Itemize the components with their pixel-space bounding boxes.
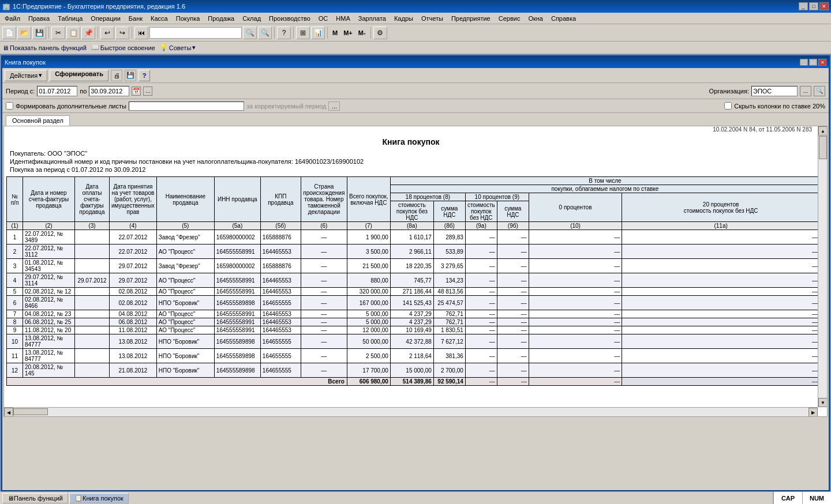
tips-icon: 💡 — [160, 44, 168, 51]
additional-sheets-checkbox[interactable] — [6, 102, 13, 110]
menu-operations[interactable]: Операции — [87, 14, 123, 22]
menu-hr[interactable]: Кадры — [391, 14, 417, 22]
title-bar-left: 🏢 1С:Предприятие - Бухгалтерия предприят… — [2, 3, 185, 10]
cell-kpp: 164655555 — [260, 363, 301, 378]
menu-enterprise[interactable]: Предприятие — [448, 14, 494, 22]
menu-bank[interactable]: Банк — [125, 14, 146, 22]
task-panel-functions[interactable]: 🖥 Панель функций — [2, 493, 68, 503]
cell-cost10: — — [465, 245, 497, 259]
undo-btn[interactable]: ↩ — [100, 27, 114, 39]
org-find-btn[interactable]: 🔍 — [814, 86, 825, 96]
org-search-btn[interactable]: ... — [800, 86, 811, 96]
period-to-input[interactable] — [89, 86, 129, 96]
th-0: 0 процентов — [529, 193, 622, 222]
scroll-right-btn[interactable]: ▶ — [808, 408, 818, 417]
scroll-down-btn[interactable]: ▼ — [818, 398, 828, 407]
chart-btn[interactable]: 📊 — [311, 27, 325, 39]
horizontal-scrollbar[interactable]: ◀ ▶ — [4, 407, 818, 416]
menu-nma[interactable]: НМА — [332, 14, 353, 22]
period-from-input[interactable] — [37, 86, 77, 96]
cap-label: CAP — [781, 495, 795, 502]
cell-n: 2 — [7, 245, 23, 259]
quick-learn-item[interactable]: 📖 Быстрое освоение — [91, 44, 155, 51]
menu-windows[interactable]: Окна — [525, 14, 546, 22]
menu-edit[interactable]: Правка — [25, 14, 53, 22]
open-btn[interactable]: 📂 — [17, 27, 31, 39]
save-btn[interactable]: 💾 — [32, 27, 46, 39]
search-btn[interactable]: 🔍 — [243, 27, 257, 39]
cut-btn[interactable]: ✂ — [51, 27, 65, 39]
scroll-track-v[interactable] — [818, 136, 827, 398]
inner-close-btn[interactable]: ✕ — [818, 59, 826, 66]
paste-btn[interactable]: 📌 — [81, 27, 95, 39]
vertical-scrollbar[interactable]: ▲ ▼ — [818, 126, 827, 407]
inner-minimize-btn[interactable]: _ — [800, 59, 808, 66]
redo-btn[interactable]: ↪ — [115, 27, 129, 39]
settings-btn[interactable]: ⚙ — [373, 27, 387, 39]
form-btn[interactable]: Сформировать — [50, 70, 108, 81]
cell-nds10: — — [497, 259, 529, 273]
search-input[interactable] — [149, 27, 242, 39]
menu-production[interactable]: Производство — [265, 14, 314, 22]
table-row: 8 06.08.2012, № 25 06.08.2012 АО "Процес… — [7, 318, 820, 326]
scroll-container[interactable]: 10.02.2004 N 84, от 11.05.2006 N 283 Кни… — [4, 126, 827, 416]
help-toolbar-btn[interactable]: ? — [277, 27, 291, 39]
cell-total: 320 000,00 — [347, 288, 390, 296]
scroll-up-btn[interactable]: ▲ — [818, 126, 828, 136]
scroll-track-h[interactable] — [13, 408, 808, 416]
cell-kpp: 164655555 — [260, 349, 301, 363]
menu-sale[interactable]: Продажа — [204, 14, 238, 22]
menu-help[interactable]: Справка — [548, 14, 579, 22]
bold-m[interactable]: M — [330, 29, 340, 36]
help-btn[interactable]: ? — [138, 70, 150, 81]
colnum-1: (1) — [7, 222, 23, 230]
cell-n: 4 — [7, 273, 23, 288]
th-20: 20 процентовстоимость покупок без НДС — [622, 193, 820, 222]
print-btn[interactable]: 🖨 — [111, 70, 122, 81]
tips-item[interactable]: 💡 Советы ▾ — [160, 44, 196, 51]
bold-mminus[interactable]: M- — [356, 29, 368, 36]
calendar-btn[interactable]: 📅 — [132, 86, 141, 96]
show-functions-item[interactable]: 🖥 Показать панель функций — [2, 44, 87, 51]
main-section-tab[interactable]: Основной раздел — [6, 115, 70, 126]
menu-purchase[interactable]: Покупка — [173, 14, 204, 22]
task-purchase-book[interactable]: 📋 Книга покупок — [69, 493, 129, 503]
correction-more-btn[interactable]: ... — [328, 101, 340, 111]
cell-cost10: — — [465, 310, 497, 318]
total-total: 606 980,00 — [347, 378, 390, 386]
menu-table[interactable]: Таблица — [54, 14, 86, 22]
correction-period-input[interactable] — [129, 101, 244, 111]
menu-salary[interactable]: Зарплата — [355, 14, 390, 22]
period-more-btn[interactable]: ... — [143, 86, 152, 96]
hide-20-checkbox[interactable] — [724, 102, 732, 110]
org-input[interactable] — [751, 86, 798, 96]
close-btn[interactable]: ✕ — [819, 2, 829, 10]
tips-label: Советы — [169, 44, 191, 51]
cell-nds18: 762,71 — [433, 310, 465, 318]
menu-reports[interactable]: Отчеты — [418, 14, 447, 22]
cell-paydate — [75, 245, 110, 259]
copy-btn[interactable]: 📋 — [66, 27, 80, 39]
inner-maximize-btn[interactable]: □ — [809, 59, 817, 66]
cell-seller: АО "Процесс" — [156, 318, 214, 326]
cell-cost20: — — [622, 273, 820, 288]
cell-acceptdate: 22.07.2012 — [110, 245, 157, 259]
actions-dropdown-btn[interactable]: Действия ▾ — [5, 70, 47, 81]
maximize-btn[interactable]: □ — [809, 2, 818, 10]
menu-os[interactable]: ОС — [315, 14, 332, 22]
new-btn[interactable]: 📄 — [2, 27, 16, 39]
bold-mplus[interactable]: M+ — [341, 29, 355, 36]
th-acceptdate: Дата принятия на учет товаров (работ, ус… — [110, 177, 157, 222]
menu-file[interactable]: Файл — [1, 14, 24, 22]
menu-service[interactable]: Сервис — [495, 14, 524, 22]
menu-cash[interactable]: Касса — [147, 14, 171, 22]
scroll-thumb-v[interactable] — [819, 136, 827, 159]
scroll-left-btn[interactable]: ◀ — [4, 408, 13, 417]
grid-btn[interactable]: ⊞ — [296, 27, 310, 39]
save-doc-btn[interactable]: 💾 — [125, 70, 136, 81]
scroll-thumb-h[interactable] — [13, 408, 48, 415]
menu-warehouse[interactable]: Склад — [239, 14, 264, 22]
prev-btn[interactable]: ⏮ — [134, 27, 148, 39]
search-next-btn[interactable]: 🔍 — [258, 27, 272, 39]
minimize-btn[interactable]: _ — [799, 2, 808, 10]
